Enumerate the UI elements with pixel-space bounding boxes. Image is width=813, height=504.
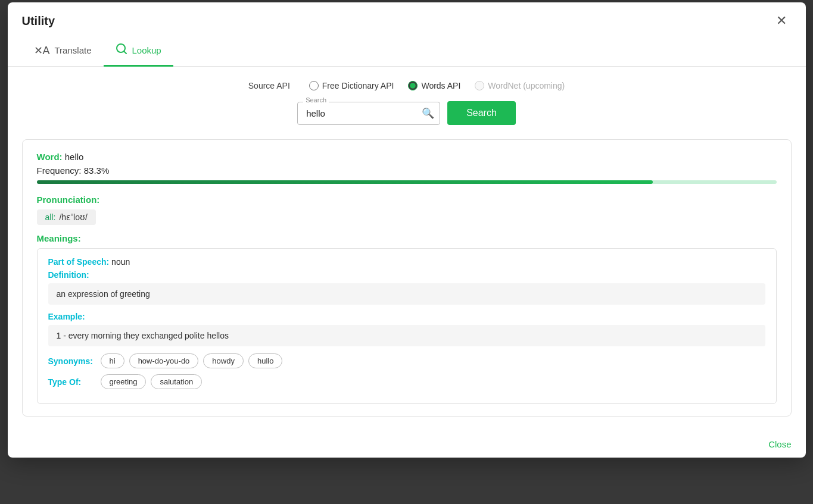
word-line: Word: hello [37, 152, 777, 162]
search-field-wrap: Search 🔍 [297, 102, 440, 125]
typeof-label: Type Of: [48, 377, 96, 387]
modal-header: Utility ✕ [8, 2, 806, 30]
pronunciation-badge: all: /hɛˈloʊ/ [37, 209, 96, 225]
modal-body: Source API Free Dictionary API Words API… [8, 67, 806, 431]
radio-free-dict-label: Free Dictionary API [322, 81, 394, 90]
typeof-chip-salutation[interactable]: salutation [151, 374, 202, 389]
radio-free-dict[interactable]: Free Dictionary API [309, 81, 394, 90]
pos-label: Part of Speech: [48, 257, 110, 267]
definition-label: Definition: [48, 270, 765, 280]
frequency-line: Frequency: 83.3% [37, 165, 777, 176]
pos-value: noun [111, 257, 130, 267]
modal-footer: Close [8, 431, 806, 458]
progress-bar [37, 180, 777, 184]
tabs-bar: ✕A Translate Lookup [8, 32, 806, 67]
synonym-chip-how-do-you-do[interactable]: how-do-you-do [129, 353, 199, 368]
meanings-section: Meanings: Part of Speech: noun Definitio… [37, 233, 777, 404]
search-input[interactable] [297, 102, 440, 125]
pronunciation-heading: Pronunciation: [37, 195, 777, 205]
result-card: Word: hello Frequency: 83.3% Pronunciati… [22, 139, 792, 417]
pronunciation-section: Pronunciation: all: /hɛˈloʊ/ [37, 195, 777, 225]
radio-words-api[interactable]: Words API [408, 81, 460, 90]
close-x-button[interactable]: ✕ [771, 12, 792, 30]
definition-value: an expression of greeting [48, 283, 765, 305]
word-label: Word: [37, 152, 63, 162]
radio-words-api-input[interactable] [408, 81, 418, 90]
pronunciation-value: /hɛˈloʊ/ [59, 212, 87, 222]
synonyms-label: Synonyms: [48, 356, 96, 366]
synonym-chip-hi[interactable]: hi [101, 353, 124, 368]
typeof-row: Type Of: greeting salutation [48, 374, 765, 389]
source-api-row: Source API Free Dictionary API Words API… [22, 81, 792, 90]
meaning-card: Part of Speech: noun Definition: an expr… [37, 248, 777, 404]
utility-modal: Utility ✕ ✕A Translate Lookup [8, 2, 806, 458]
lookup-icon [116, 43, 127, 58]
frequency-label: Frequency: [37, 165, 82, 176]
example-label: Example: [48, 312, 765, 321]
example-value: 1 - every morning they exchanged polite … [48, 325, 765, 346]
search-button[interactable]: Search [447, 101, 516, 125]
synonym-chip-hullo[interactable]: hullo [248, 353, 282, 368]
pos-line: Part of Speech: noun [48, 257, 765, 267]
source-api-label: Source API [248, 81, 290, 90]
search-row: Search 🔍 Search [22, 101, 792, 125]
synonym-chip-howdy[interactable]: howdy [203, 353, 244, 368]
modal-overlay: Utility ✕ ✕A Translate Lookup [0, 0, 813, 504]
tab-lookup-label: Lookup [132, 45, 161, 55]
synonyms-row: Synonyms: hi how-do-you-do howdy hullo [48, 353, 765, 368]
translate-icon: ✕A [34, 44, 50, 57]
radio-wordnet: WordNet (upcoming) [475, 81, 565, 90]
radio-words-api-label: Words API [421, 81, 460, 90]
svg-line-1 [124, 51, 126, 54]
radio-free-dict-input[interactable] [309, 81, 319, 90]
word-value: hello [65, 152, 84, 162]
search-inside-icon: 🔍 [422, 107, 434, 120]
modal-title: Utility [22, 14, 55, 28]
tab-translate[interactable]: ✕A Translate [22, 37, 104, 67]
progress-bar-fill [37, 180, 653, 184]
tab-lookup[interactable]: Lookup [104, 37, 173, 67]
typeof-chip-greeting[interactable]: greeting [101, 374, 147, 389]
meanings-heading: Meanings: [37, 233, 777, 243]
close-footer-button[interactable]: Close [768, 439, 791, 449]
radio-wordnet-label: WordNet (upcoming) [488, 81, 565, 90]
search-field-label: Search [303, 96, 329, 104]
pronunciation-key: all: [45, 212, 56, 222]
radio-wordnet-input [475, 81, 484, 90]
tab-translate-label: Translate [55, 45, 92, 55]
frequency-value: 83.3% [84, 165, 110, 176]
